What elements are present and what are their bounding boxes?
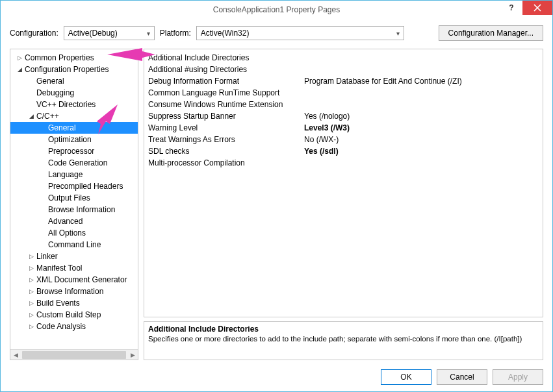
apply-button[interactable]: Apply xyxy=(493,369,543,385)
triangle-right-icon[interactable]: ▷ xyxy=(27,323,35,330)
help-button[interactable]: ? xyxy=(500,1,522,15)
property-row[interactable]: Multi-processor Compilation xyxy=(148,157,539,169)
triangle-right-icon[interactable]: ▷ xyxy=(27,265,35,271)
property-row[interactable]: Consume Windows Runtime Extension xyxy=(148,99,539,110)
triangle-down-icon[interactable]: ◢ xyxy=(16,66,23,73)
tree-item[interactable]: Preprocessor xyxy=(10,145,138,157)
property-grid[interactable]: Additional Include DirectoriesAdditional… xyxy=(144,49,543,317)
tree-item-label: Browse Information xyxy=(35,287,103,296)
property-value[interactable]: Program Database for Edit And Continue (… xyxy=(304,77,539,86)
property-row[interactable]: Additional Include Directories xyxy=(148,52,539,64)
property-value[interactable]: No (/WX-) xyxy=(304,135,539,144)
property-name: Additional Include Directories xyxy=(148,53,304,62)
property-value[interactable]: Level3 (/W3) xyxy=(304,123,539,132)
property-name: Additional #using Directories xyxy=(148,65,304,74)
tree-item[interactable]: Precompiled Headers xyxy=(10,180,138,192)
tree-item[interactable]: ▷Custom Build Step xyxy=(10,309,138,321)
tree-item-label: Optimization xyxy=(47,135,92,144)
tree-item[interactable]: Language xyxy=(10,169,138,180)
tree-horizontal-scrollbar[interactable]: ◀ ▶ xyxy=(10,349,138,360)
platform-dropdown[interactable]: Active(Win32) ▾ xyxy=(196,26,404,40)
property-value[interactable]: Yes (/sdl) xyxy=(304,147,539,156)
tree-item[interactable]: Output Files xyxy=(10,192,138,204)
tree-item-label: Browse Information xyxy=(47,205,115,214)
property-row[interactable]: Common Language RunTime Support xyxy=(148,87,539,99)
property-row[interactable]: Debug Information FormatProgram Database… xyxy=(148,75,539,87)
property-row[interactable]: SDL checksYes (/sdl) xyxy=(148,145,539,157)
description-title: Additional Include Directories xyxy=(148,325,539,334)
ok-button[interactable]: OK xyxy=(381,369,431,385)
tree-item-label: Configuration Properties xyxy=(23,65,109,74)
tree-item[interactable]: ▷Code Analysis xyxy=(10,321,138,332)
description-panel: Additional Include Directories Specifies… xyxy=(144,321,543,360)
tree-item-label: Language xyxy=(47,170,83,179)
property-name: Treat Warnings As Errors xyxy=(148,135,304,144)
triangle-right-icon[interactable]: ▷ xyxy=(27,312,35,318)
tree-item[interactable]: General xyxy=(10,122,138,134)
tree-item-label: XML Document Generator xyxy=(35,275,127,284)
triangle-right-icon[interactable]: ▷ xyxy=(27,288,35,295)
configuration-dropdown[interactable]: Active(Debug) ▾ xyxy=(64,26,155,40)
tree-item-label: C/C++ xyxy=(35,112,59,121)
tree-item-label: VC++ Directories xyxy=(35,100,96,109)
triangle-right-icon[interactable]: ▷ xyxy=(16,55,23,61)
titlebar: ConsoleApplication1 Property Pages ? xyxy=(1,1,552,19)
tree-item-label: Preprocessor xyxy=(47,147,94,156)
tree-item[interactable]: Code Generation xyxy=(10,157,138,169)
dialog-footer: OK Cancel Apply xyxy=(1,365,552,391)
configuration-manager-button[interactable]: Configuration Manager... xyxy=(439,25,543,41)
property-row[interactable]: Suppress Startup BannerYes (/nologo) xyxy=(148,110,539,122)
triangle-right-icon[interactable]: ▷ xyxy=(27,253,35,260)
property-row[interactable]: Additional #using Directories xyxy=(148,64,539,75)
tree-item-label: Output Files xyxy=(47,193,90,202)
property-row[interactable]: Treat Warnings As ErrorsNo (/WX-) xyxy=(148,134,539,145)
tree-item[interactable]: ▷Browse Information xyxy=(10,286,138,297)
tree-item[interactable]: ▷Manifest Tool xyxy=(10,262,138,274)
tree-item[interactable]: General xyxy=(10,75,138,87)
tree-item[interactable]: VC++ Directories xyxy=(10,99,138,110)
triangle-down-icon[interactable]: ◢ xyxy=(27,113,35,119)
tree-item-label: Precompiled Headers xyxy=(47,182,123,191)
tree-item[interactable]: ▷Common Properties xyxy=(10,52,138,64)
window-title: ConsoleApplication1 Property Pages xyxy=(213,5,340,14)
tree-item[interactable]: ▷Build Events xyxy=(10,297,138,309)
property-name: SDL checks xyxy=(148,147,304,156)
property-name: Common Language RunTime Support xyxy=(148,88,304,97)
close-button[interactable] xyxy=(522,1,552,15)
tree-item-label: Common Properties xyxy=(23,53,94,62)
tree-item[interactable]: Command Line xyxy=(10,239,138,251)
tree-item-label: Manifest Tool xyxy=(35,263,82,273)
tree-item[interactable]: ◢Configuration Properties xyxy=(10,64,138,75)
tree-item[interactable]: Optimization xyxy=(10,134,138,145)
property-name: Consume Windows Runtime Extension xyxy=(148,100,304,109)
scrollbar-thumb[interactable] xyxy=(22,351,126,359)
tree-item-label: General xyxy=(47,123,76,132)
property-name: Multi-processor Compilation xyxy=(148,158,304,167)
tree-item-label: All Options xyxy=(47,228,86,238)
window-controls: ? xyxy=(500,1,552,15)
tree-item-label: Custom Build Step xyxy=(35,310,101,319)
tree-item[interactable]: Debugging xyxy=(10,87,138,99)
tree-item-label: Code Analysis xyxy=(35,322,86,331)
tree-item[interactable]: Browse Information xyxy=(10,204,138,215)
tree-item[interactable]: ▷Linker xyxy=(10,251,138,262)
tree-item[interactable]: ▷XML Document Generator xyxy=(10,274,138,286)
tree-item-label: Advanced xyxy=(47,217,83,226)
chevron-down-icon: ▾ xyxy=(147,30,150,37)
property-row[interactable]: Warning LevelLevel3 (/W3) xyxy=(148,122,539,134)
scroll-left-icon[interactable]: ◀ xyxy=(10,352,21,358)
chevron-down-icon: ▾ xyxy=(396,30,400,37)
property-value[interactable]: Yes (/nologo) xyxy=(304,112,539,121)
tree-item-label: Linker xyxy=(35,252,58,261)
triangle-right-icon[interactable]: ▷ xyxy=(27,300,35,306)
tree-item[interactable]: Advanced xyxy=(10,215,138,227)
property-name: Debug Information Format xyxy=(148,77,304,86)
config-row: Configuration: Active(Debug) ▾ Platform:… xyxy=(1,19,552,49)
tree-item-label: Build Events xyxy=(35,299,80,308)
property-name: Warning Level xyxy=(148,123,304,132)
scroll-right-icon[interactable]: ▶ xyxy=(127,352,138,358)
tree-item[interactable]: All Options xyxy=(10,227,138,239)
cancel-button[interactable]: Cancel xyxy=(437,369,487,385)
tree-item[interactable]: ◢C/C++ xyxy=(10,110,138,122)
triangle-right-icon[interactable]: ▷ xyxy=(27,276,35,283)
